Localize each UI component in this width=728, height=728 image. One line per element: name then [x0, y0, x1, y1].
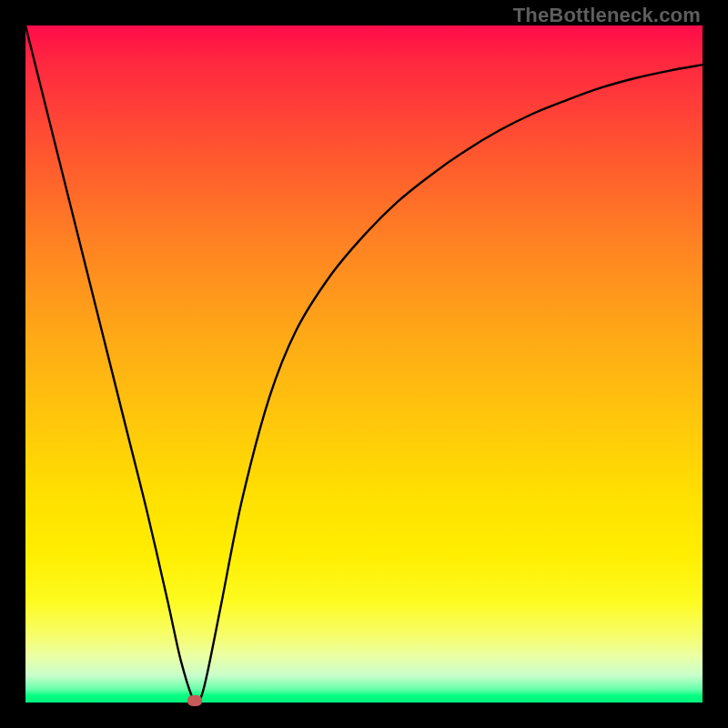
watermark-text: TheBottleneck.com — [513, 4, 701, 27]
gradient-background — [25, 25, 703, 703]
optimum-marker — [187, 695, 202, 706]
plot-frame — [25, 25, 703, 703]
